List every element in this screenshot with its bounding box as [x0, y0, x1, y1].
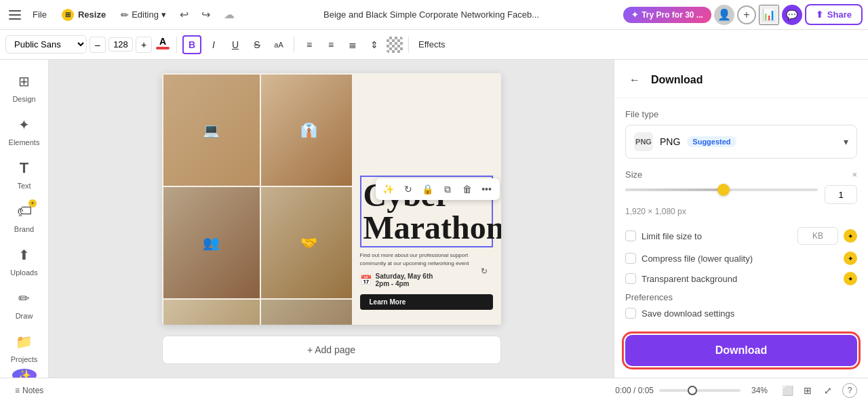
- sidebar-item-design[interactable]: ⊞ Design: [3, 65, 46, 108]
- divider3: [408, 37, 409, 53]
- compress-label: Compress file (lower quality): [642, 254, 838, 264]
- canvas-tool-copy[interactable]: ⧉: [439, 180, 456, 198]
- sidebar-item-draw[interactable]: ✏ Draw: [3, 282, 46, 325]
- undo-button[interactable]: ↩: [174, 5, 195, 25]
- underline-button[interactable]: U: [226, 35, 245, 54]
- format-toolbar: Public Sans – 128 + A B I U S aA ≡ ≡ ≣ ⇕…: [0, 30, 868, 60]
- design-icon: ⊞: [14, 71, 35, 92]
- text-icon: T: [14, 157, 35, 179]
- file-type-name: PNG: [660, 136, 680, 147]
- strikethrough-button[interactable]: S: [248, 35, 267, 54]
- limit-size-checkbox[interactable]: [625, 230, 636, 241]
- resize-icon: ⊞: [62, 9, 74, 21]
- elements-icon: ✦: [14, 114, 35, 136]
- single-view-button[interactable]: ⬜: [778, 382, 796, 399]
- refresh-icon[interactable]: ↻: [481, 266, 488, 276]
- align-center-button[interactable]: ≡: [321, 35, 340, 54]
- save-settings-checkbox[interactable]: [625, 308, 636, 319]
- sidebar-label-projects: Projects: [11, 355, 38, 363]
- bottom-bar: ≡ Notes 0:00 / 0:05 34% ⬜ ⊞ ⤢ ?: [0, 378, 868, 402]
- align-left-button[interactable]: ≡: [300, 35, 319, 54]
- italic-button[interactable]: I: [204, 35, 223, 54]
- save-settings-label: Save download settings: [642, 308, 734, 319]
- font-selector[interactable]: Public Sans: [5, 35, 87, 54]
- decrease-size-button[interactable]: –: [90, 37, 106, 53]
- event-row: 📅 ↻ Saturday, May 6th 2pm - 4pm: [360, 273, 493, 287]
- fullscreen-button[interactable]: ⤢: [819, 382, 837, 399]
- back-button[interactable]: ←: [625, 71, 644, 89]
- canvas-tool-lock[interactable]: 🔒: [419, 180, 437, 198]
- canvas-tool-magic[interactable]: ✨: [380, 180, 397, 198]
- pencil-icon: ✏: [121, 9, 129, 20]
- sidebar-label-uploads: Uploads: [10, 268, 37, 277]
- canvas-area[interactable]: ✨ ↻ 🔒 ⧉ 🗑 ••• Cyber Marathon Find out mo: [49, 60, 614, 378]
- editing-mode-button[interactable]: ✏ Editing ▾: [115, 7, 172, 23]
- try-pro-button[interactable]: ✦ Try Pro for 30 ...: [623, 7, 711, 23]
- draw-icon: ✏: [14, 287, 35, 309]
- user-avatar[interactable]: 👤: [714, 5, 734, 25]
- bold-button[interactable]: B: [182, 35, 201, 54]
- transparent-checkbox[interactable]: [625, 273, 636, 284]
- design-canvas[interactable]: ✨ ↻ 🔒 ⧉ 🗑 ••• Cyber Marathon Find out mo: [162, 73, 501, 325]
- canvas-tool-rotate[interactable]: ↻: [399, 180, 417, 198]
- increase-size-button[interactable]: +: [136, 37, 152, 53]
- sidebar-item-brand[interactable]: 🏷 ✦ Brand: [3, 195, 46, 239]
- chat-button[interactable]: 💬: [782, 5, 802, 25]
- size-header: Size ×: [625, 169, 857, 180]
- slider-thumb[interactable]: [717, 184, 730, 196]
- preferences-label: Preferences: [625, 292, 857, 302]
- photo-6: [261, 300, 357, 325]
- sidebar-item-uploads[interactable]: ⬆ Uploads: [3, 239, 46, 282]
- download-button[interactable]: Download: [625, 335, 857, 366]
- photo-grid: [162, 73, 359, 325]
- analytics-button[interactable]: 📊: [759, 5, 779, 25]
- file-type-selector[interactable]: PNG PNG Suggested ▾: [625, 125, 857, 159]
- cloud-save-button[interactable]: ☁: [219, 5, 239, 25]
- resize-button[interactable]: ⊞ Resize: [55, 6, 113, 24]
- text-color-button[interactable]: A: [155, 37, 171, 53]
- case-button[interactable]: aA: [269, 35, 288, 54]
- add-collaborator-button[interactable]: +: [737, 5, 756, 24]
- canvas-tool-more[interactable]: •••: [478, 180, 496, 198]
- file-menu-button[interactable]: File: [27, 7, 52, 22]
- compress-checkbox[interactable]: [625, 253, 636, 264]
- sidebar-item-text[interactable]: T Text: [3, 152, 46, 195]
- effects-button[interactable]: Effects: [414, 37, 450, 52]
- uploads-icon: ⬆: [14, 244, 35, 266]
- sidebar-label-draw: Draw: [16, 312, 33, 320]
- size-section: Size × 1 1,920 × 1,080 px: [625, 169, 857, 216]
- help-button[interactable]: ?: [842, 383, 857, 398]
- font-size-controls: – 128 +: [90, 37, 152, 53]
- size-close[interactable]: ×: [852, 169, 857, 180]
- canvas-tool-delete[interactable]: 🗑: [458, 180, 476, 198]
- learn-more-button[interactable]: Learn More: [360, 294, 493, 310]
- canvas-sub-text: Find out more about our professional sup…: [360, 252, 493, 266]
- progress-track[interactable]: [659, 389, 741, 392]
- add-page-button[interactable]: + Add page: [162, 336, 501, 364]
- transparency-button[interactable]: [387, 37, 403, 53]
- spacing-button[interactable]: ⇕: [365, 35, 384, 54]
- sidebar-item-elements[interactable]: ✦ Elements: [3, 108, 46, 152]
- sidebar-item-projects[interactable]: 📁 Projects: [3, 325, 46, 369]
- redo-button[interactable]: ↪: [196, 5, 216, 25]
- save-settings-row: Save download settings: [625, 308, 857, 319]
- share-button[interactable]: ⬆ Share: [805, 4, 863, 25]
- font-size-display: 128: [108, 37, 133, 52]
- hamburger-menu[interactable]: [5, 5, 24, 24]
- preferences-section: Preferences Save download settings: [625, 292, 857, 319]
- progress-thumb[interactable]: [688, 386, 697, 395]
- transparent-row: Transparent background ✦: [625, 272, 857, 285]
- grid-view-button[interactable]: ⊞: [799, 382, 816, 399]
- photo-2: [261, 75, 357, 186]
- ai-button[interactable]: ✨: [12, 369, 37, 378]
- size-dimensions: 1,920 × 1,080 px: [625, 207, 857, 216]
- kb-input[interactable]: KB: [797, 227, 838, 245]
- divider: [176, 37, 177, 53]
- sidebar-label-brand: Brand: [14, 225, 34, 233]
- notes-button[interactable]: ≡ Notes: [11, 384, 47, 397]
- pro-lock-transparent: ✦: [844, 272, 857, 285]
- list-button[interactable]: ≣: [343, 35, 362, 54]
- view-buttons: ⬜ ⊞ ⤢: [778, 382, 837, 399]
- time-display: 0:00 / 0:05: [615, 386, 654, 395]
- file-type-label: File type: [625, 109, 857, 119]
